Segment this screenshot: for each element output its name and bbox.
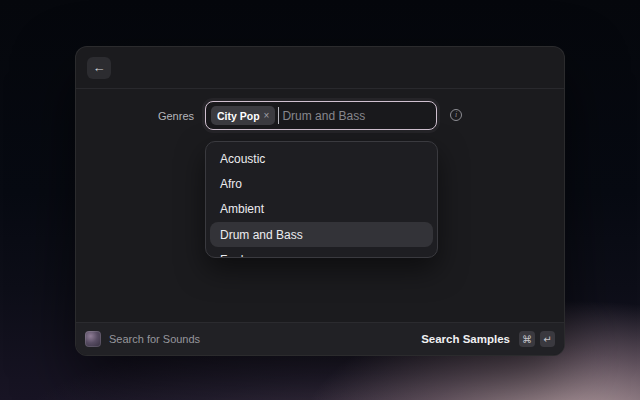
dropdown-option-funk[interactable]: Funk	[206, 247, 437, 258]
text-caret	[278, 107, 279, 124]
genres-field-row: Genres City Pop × Drum and Bass i	[76, 101, 564, 130]
sounds-logo-icon	[85, 331, 101, 347]
genres-label: Genres	[76, 101, 194, 130]
genre-chip-label: City Pop	[217, 110, 260, 122]
back-button[interactable]: ←	[87, 57, 111, 79]
back-arrow-icon: ←	[93, 61, 106, 74]
genres-dropdown: Acoustic Afro Ambient Drum and Bass Funk	[205, 141, 438, 258]
genre-chip-city-pop[interactable]: City Pop ×	[211, 106, 275, 125]
return-key-icon: ↵	[540, 331, 555, 347]
dropdown-option-acoustic[interactable]: Acoustic	[206, 146, 437, 171]
dropdown-option-drum-and-bass[interactable]: Drum and Bass	[210, 222, 433, 247]
footer-actions: Search Samples ⌘ ↵	[421, 331, 555, 347]
genres-tag-input[interactable]: City Pop × Drum and Bass	[205, 101, 437, 130]
dialog-header: ←	[76, 47, 564, 89]
genres-input-value: Drum and Bass	[282, 109, 365, 123]
search-dialog: ← Genres City Pop × Drum and Bass i Acou…	[75, 46, 565, 356]
search-samples-button[interactable]: Search Samples	[421, 333, 510, 345]
dropdown-option-ambient[interactable]: Ambient	[206, 197, 437, 222]
search-hint-text: Search for Sounds	[109, 333, 200, 345]
chip-remove-icon[interactable]: ×	[264, 110, 270, 121]
info-icon[interactable]: i	[450, 109, 462, 121]
info-icon-glyph: i	[455, 111, 457, 119]
dropdown-option-afro[interactable]: Afro	[206, 171, 437, 196]
dialog-footer: Search for Sounds Search Samples ⌘ ↵	[76, 322, 564, 355]
command-key-icon: ⌘	[519, 331, 535, 347]
